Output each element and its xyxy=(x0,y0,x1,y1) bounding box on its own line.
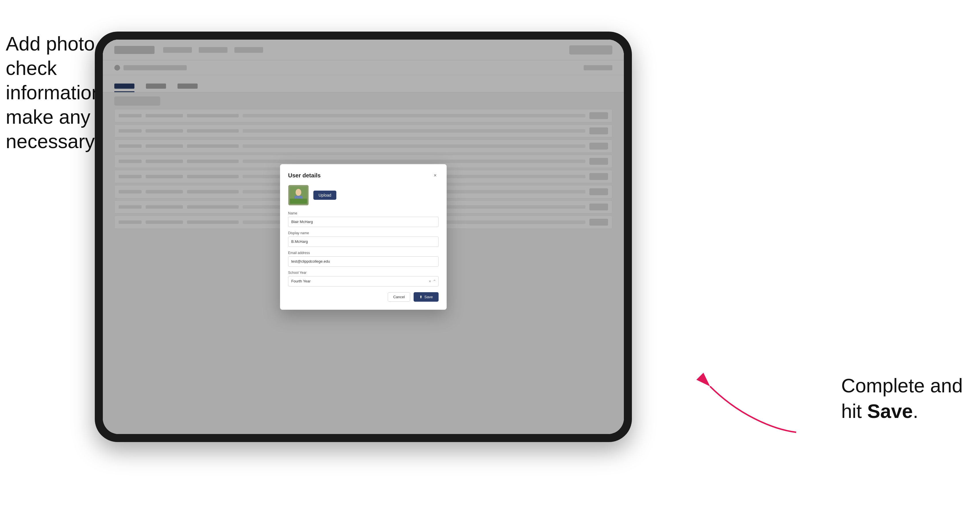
school-year-icons: × ⌃ xyxy=(429,279,436,284)
profile-photo-thumbnail xyxy=(288,185,309,206)
name-field-group: Name xyxy=(288,211,439,227)
cancel-button[interactable]: Cancel xyxy=(388,292,410,302)
app-background: User details × xyxy=(103,40,624,434)
display-name-input[interactable] xyxy=(288,237,439,247)
save-icon: ⬆ xyxy=(419,295,423,299)
annotation-right: Complete and hit Save. xyxy=(841,373,963,424)
email-label: Email address xyxy=(288,251,439,255)
tablet-frame: User details × xyxy=(95,32,632,442)
email-field-group: Email address xyxy=(288,251,439,267)
user-details-modal: User details × xyxy=(280,164,447,310)
save-button[interactable]: ⬆ Save xyxy=(414,292,439,302)
name-input[interactable] xyxy=(288,217,439,227)
svg-rect-5 xyxy=(290,198,307,204)
chevron-down-icon[interactable]: ⌃ xyxy=(433,279,436,284)
tablet-screen: User details × xyxy=(103,40,624,434)
save-btn-label: Save xyxy=(424,295,433,299)
school-year-input[interactable] xyxy=(288,276,439,286)
display-name-field-group: Display name xyxy=(288,231,439,247)
name-label: Name xyxy=(288,211,439,215)
modal-close-button[interactable]: × xyxy=(432,172,439,179)
email-input[interactable] xyxy=(288,256,439,267)
arrow-right-indicator xyxy=(693,369,802,444)
school-year-label: School Year xyxy=(288,271,439,275)
modal-header: User details × xyxy=(288,172,439,179)
upload-photo-button[interactable]: Upload xyxy=(313,190,336,200)
modal-title: User details xyxy=(288,172,321,179)
school-year-row: × ⌃ xyxy=(288,276,439,286)
modal-overlay: User details × xyxy=(103,40,624,434)
svg-point-3 xyxy=(296,189,301,196)
photo-row: Upload xyxy=(288,185,439,206)
school-year-field-group: School Year × ⌃ xyxy=(288,271,439,286)
display-name-label: Display name xyxy=(288,231,439,235)
clear-icon[interactable]: × xyxy=(429,279,431,284)
modal-footer: Cancel ⬆ Save xyxy=(288,292,439,302)
profile-photo-image xyxy=(290,187,307,204)
